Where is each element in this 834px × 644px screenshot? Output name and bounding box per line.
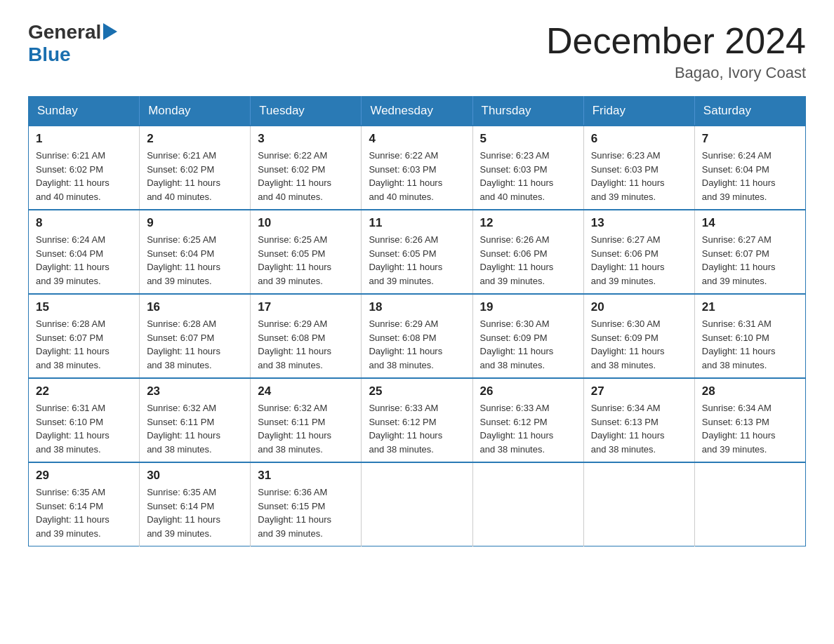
calendar-week-row: 22 Sunrise: 6:31 AMSunset: 6:10 PMDaylig… bbox=[29, 378, 806, 462]
location-subtitle: Bagao, Ivory Coast bbox=[546, 64, 806, 82]
calendar-week-row: 29 Sunrise: 6:35 AMSunset: 6:14 PMDaylig… bbox=[29, 462, 806, 546]
table-row: 4 Sunrise: 6:22 AMSunset: 6:03 PMDayligh… bbox=[362, 126, 472, 210]
day-info: Sunrise: 6:22 AMSunset: 6:03 PMDaylight:… bbox=[369, 150, 442, 202]
day-info: Sunrise: 6:28 AMSunset: 6:07 PMDaylight:… bbox=[36, 318, 110, 370]
table-row: 22 Sunrise: 6:31 AMSunset: 6:10 PMDaylig… bbox=[29, 378, 140, 462]
day-info: Sunrise: 6:32 AMSunset: 6:11 PMDaylight:… bbox=[147, 403, 220, 455]
day-info: Sunrise: 6:34 AMSunset: 6:13 PMDaylight:… bbox=[702, 403, 776, 455]
calendar-week-row: 8 Sunrise: 6:24 AMSunset: 6:04 PMDayligh… bbox=[29, 210, 806, 294]
table-row: 8 Sunrise: 6:24 AMSunset: 6:04 PMDayligh… bbox=[29, 210, 140, 294]
table-row: 19 Sunrise: 6:30 AMSunset: 6:09 PMDaylig… bbox=[472, 294, 583, 378]
day-number: 22 bbox=[36, 384, 132, 398]
day-number: 6 bbox=[591, 132, 687, 146]
day-info: Sunrise: 6:30 AMSunset: 6:09 PMDaylight:… bbox=[480, 318, 554, 370]
table-row: 10 Sunrise: 6:25 AMSunset: 6:05 PMDaylig… bbox=[251, 210, 362, 294]
day-info: Sunrise: 6:29 AMSunset: 6:08 PMDaylight:… bbox=[369, 318, 442, 370]
table-row bbox=[583, 462, 694, 546]
header-monday: Monday bbox=[140, 97, 251, 126]
day-number: 23 bbox=[147, 384, 243, 398]
table-row: 5 Sunrise: 6:23 AMSunset: 6:03 PMDayligh… bbox=[472, 126, 583, 210]
day-number: 28 bbox=[702, 384, 798, 398]
table-row: 13 Sunrise: 6:27 AMSunset: 6:06 PMDaylig… bbox=[583, 210, 694, 294]
title-section: December 2024 Bagao, Ivory Coast bbox=[546, 21, 806, 82]
header-sunday: Sunday bbox=[29, 97, 140, 126]
day-info: Sunrise: 6:23 AMSunset: 6:03 PMDaylight:… bbox=[591, 150, 665, 202]
day-info: Sunrise: 6:22 AMSunset: 6:02 PMDaylight:… bbox=[258, 150, 331, 202]
table-row: 20 Sunrise: 6:30 AMSunset: 6:09 PMDaylig… bbox=[583, 294, 694, 378]
day-info: Sunrise: 6:27 AMSunset: 6:06 PMDaylight:… bbox=[591, 234, 665, 286]
table-row: 29 Sunrise: 6:35 AMSunset: 6:14 PMDaylig… bbox=[29, 462, 140, 546]
day-number: 17 bbox=[258, 300, 354, 314]
table-row: 26 Sunrise: 6:33 AMSunset: 6:12 PMDaylig… bbox=[472, 378, 583, 462]
table-row: 1 Sunrise: 6:21 AMSunset: 6:02 PMDayligh… bbox=[29, 126, 140, 210]
table-row: 14 Sunrise: 6:27 AMSunset: 6:07 PMDaylig… bbox=[694, 210, 805, 294]
table-row: 12 Sunrise: 6:26 AMSunset: 6:06 PMDaylig… bbox=[472, 210, 583, 294]
day-number: 12 bbox=[480, 216, 576, 230]
day-number: 5 bbox=[480, 132, 576, 146]
page-header: General Blue December 2024 Bagao, Ivory … bbox=[28, 21, 806, 82]
table-row: 28 Sunrise: 6:34 AMSunset: 6:13 PMDaylig… bbox=[694, 378, 805, 462]
header-wednesday: Wednesday bbox=[362, 97, 472, 126]
day-number: 7 bbox=[702, 132, 798, 146]
table-row: 18 Sunrise: 6:29 AMSunset: 6:08 PMDaylig… bbox=[362, 294, 472, 378]
day-number: 15 bbox=[36, 300, 132, 314]
day-info: Sunrise: 6:34 AMSunset: 6:13 PMDaylight:… bbox=[591, 403, 665, 455]
day-info: Sunrise: 6:36 AMSunset: 6:15 PMDaylight:… bbox=[258, 487, 331, 539]
table-row: 16 Sunrise: 6:28 AMSunset: 6:07 PMDaylig… bbox=[140, 294, 251, 378]
table-row bbox=[694, 462, 805, 546]
day-number: 9 bbox=[147, 216, 243, 230]
table-row: 23 Sunrise: 6:32 AMSunset: 6:11 PMDaylig… bbox=[140, 378, 251, 462]
table-row bbox=[362, 462, 472, 546]
day-info: Sunrise: 6:21 AMSunset: 6:02 PMDaylight:… bbox=[36, 150, 110, 202]
logo-triangle-icon bbox=[103, 23, 117, 40]
day-info: Sunrise: 6:23 AMSunset: 6:03 PMDaylight:… bbox=[480, 150, 554, 202]
day-number: 31 bbox=[258, 469, 354, 483]
day-number: 14 bbox=[702, 216, 798, 230]
day-info: Sunrise: 6:33 AMSunset: 6:12 PMDaylight:… bbox=[480, 403, 554, 455]
day-info: Sunrise: 6:35 AMSunset: 6:14 PMDaylight:… bbox=[147, 487, 220, 539]
day-info: Sunrise: 6:27 AMSunset: 6:07 PMDaylight:… bbox=[702, 234, 776, 286]
table-row bbox=[472, 462, 583, 546]
month-title: December 2024 bbox=[546, 21, 806, 61]
logo: General Blue bbox=[28, 21, 117, 66]
day-info: Sunrise: 6:21 AMSunset: 6:02 PMDaylight:… bbox=[147, 150, 220, 202]
table-row: 25 Sunrise: 6:33 AMSunset: 6:12 PMDaylig… bbox=[362, 378, 472, 462]
day-number: 11 bbox=[369, 216, 465, 230]
day-info: Sunrise: 6:25 AMSunset: 6:04 PMDaylight:… bbox=[147, 234, 220, 286]
day-info: Sunrise: 6:24 AMSunset: 6:04 PMDaylight:… bbox=[36, 234, 110, 286]
logo-general-text: General bbox=[28, 21, 101, 43]
table-row: 15 Sunrise: 6:28 AMSunset: 6:07 PMDaylig… bbox=[29, 294, 140, 378]
table-row: 30 Sunrise: 6:35 AMSunset: 6:14 PMDaylig… bbox=[140, 462, 251, 546]
day-info: Sunrise: 6:30 AMSunset: 6:09 PMDaylight:… bbox=[591, 318, 665, 370]
calendar-week-row: 15 Sunrise: 6:28 AMSunset: 6:07 PMDaylig… bbox=[29, 294, 806, 378]
day-number: 25 bbox=[369, 384, 465, 398]
day-number: 2 bbox=[147, 132, 243, 146]
calendar-table: Sunday Monday Tuesday Wednesday Thursday… bbox=[28, 96, 806, 546]
table-row: 17 Sunrise: 6:29 AMSunset: 6:08 PMDaylig… bbox=[251, 294, 362, 378]
day-number: 19 bbox=[480, 300, 576, 314]
day-number: 3 bbox=[258, 132, 354, 146]
day-info: Sunrise: 6:33 AMSunset: 6:12 PMDaylight:… bbox=[369, 403, 442, 455]
day-number: 21 bbox=[702, 300, 798, 314]
day-number: 20 bbox=[591, 300, 687, 314]
table-row: 6 Sunrise: 6:23 AMSunset: 6:03 PMDayligh… bbox=[583, 126, 694, 210]
calendar-week-row: 1 Sunrise: 6:21 AMSunset: 6:02 PMDayligh… bbox=[29, 126, 806, 210]
table-row: 3 Sunrise: 6:22 AMSunset: 6:02 PMDayligh… bbox=[251, 126, 362, 210]
header-thursday: Thursday bbox=[472, 97, 583, 126]
header-saturday: Saturday bbox=[694, 97, 805, 126]
day-number: 26 bbox=[480, 384, 576, 398]
day-info: Sunrise: 6:26 AMSunset: 6:05 PMDaylight:… bbox=[369, 234, 442, 286]
day-info: Sunrise: 6:26 AMSunset: 6:06 PMDaylight:… bbox=[480, 234, 554, 286]
day-number: 30 bbox=[147, 469, 243, 483]
day-info: Sunrise: 6:31 AMSunset: 6:10 PMDaylight:… bbox=[702, 318, 776, 370]
day-number: 8 bbox=[36, 216, 132, 230]
day-info: Sunrise: 6:25 AMSunset: 6:05 PMDaylight:… bbox=[258, 234, 331, 286]
table-row: 7 Sunrise: 6:24 AMSunset: 6:04 PMDayligh… bbox=[694, 126, 805, 210]
day-info: Sunrise: 6:31 AMSunset: 6:10 PMDaylight:… bbox=[36, 403, 110, 455]
day-info: Sunrise: 6:24 AMSunset: 6:04 PMDaylight:… bbox=[702, 150, 776, 202]
day-number: 16 bbox=[147, 300, 243, 314]
day-info: Sunrise: 6:29 AMSunset: 6:08 PMDaylight:… bbox=[258, 318, 331, 370]
day-number: 24 bbox=[258, 384, 354, 398]
day-info: Sunrise: 6:35 AMSunset: 6:14 PMDaylight:… bbox=[36, 487, 110, 539]
table-row: 21 Sunrise: 6:31 AMSunset: 6:10 PMDaylig… bbox=[694, 294, 805, 378]
